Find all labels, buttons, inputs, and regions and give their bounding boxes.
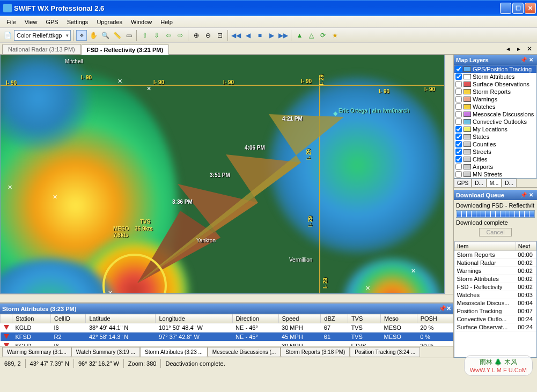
stop-icon[interactable]: ■ [254, 30, 265, 41]
measure-icon[interactable]: 📏 [112, 30, 122, 41]
layer-checkbox[interactable] [455, 171, 462, 177]
radar-tab[interactable]: FSD - Reflectivity (3:21 PM) [81, 45, 169, 55]
layer-checkbox[interactable] [455, 141, 462, 147]
nav-up-icon[interactable]: ⇧ [139, 30, 150, 41]
queue-row[interactable]: Storm Attributes00:02 [455, 275, 536, 283]
menu-gps[interactable]: GPS [41, 18, 62, 26]
next-frame-icon[interactable]: ▶▶ [278, 30, 289, 41]
layer-item[interactable]: States [454, 133, 536, 140]
menu-window[interactable]: Window [127, 18, 156, 26]
radar-tab[interactable]: National Radar (3:13 PM) [2, 44, 81, 54]
layer-checkbox[interactable] [455, 164, 462, 170]
table-row[interactable]: KGLDI638° 49' 44.1" N101° 50' 48.4" WNE … [1, 323, 453, 332]
nav-right-icon[interactable]: ⇨ [175, 30, 186, 41]
queue-row[interactable]: Watches00:03 [455, 291, 536, 299]
tab-next-icon[interactable]: ▸ [513, 43, 524, 54]
zoom-out-icon[interactable]: ⊖ [203, 30, 214, 41]
layer-item[interactable]: Streets [454, 148, 536, 156]
layer-checkbox[interactable] [455, 111, 462, 117]
close-button[interactable]: ✕ [525, 3, 536, 14]
pin-icon[interactable]: 📌 [520, 191, 527, 199]
layer-checkbox[interactable] [455, 66, 462, 72]
layer-subtab[interactable]: M... [487, 179, 502, 187]
map-hscroll[interactable] [0, 294, 453, 302]
new-icon[interactable]: 📄 [2, 30, 13, 41]
view-icon[interactable]: ▭ [123, 30, 134, 41]
layer-checkbox[interactable] [455, 103, 462, 110]
layer-item[interactable]: Storm Reports [454, 88, 536, 95]
layer-item[interactable]: Warnings [454, 95, 536, 103]
queue-row[interactable]: Storm Reports00:00 [455, 251, 536, 259]
layer-item[interactable]: Airports [454, 163, 536, 171]
radar-map[interactable]: I- 90 I- 90 I- 90 I- 90 I- 90 I- 90 I- 9… [0, 55, 445, 294]
layer-item[interactable]: Surface Observations [454, 80, 536, 88]
queue-row[interactable]: Mesoscale Discus...00:04 [455, 299, 536, 307]
layer-item[interactable]: Mesoscale Discussions [454, 110, 536, 118]
menu-upgrades[interactable]: Upgrades [92, 18, 127, 26]
menu-help[interactable]: Help [156, 18, 177, 26]
zoom-in-icon[interactable]: ⊕ [191, 30, 202, 41]
panel-close-icon[interactable]: ✕ [446, 305, 451, 312]
layer-subtab[interactable]: GPS [454, 179, 472, 187]
tab-prev-icon[interactable]: ◂ [503, 43, 513, 54]
pointer-icon[interactable]: ⌖ [76, 30, 87, 41]
table-row[interactable]: KGLDI630 MPHFTVS20 % [1, 342, 453, 346]
layer-checkbox[interactable] [455, 73, 462, 80]
layer-item[interactable]: Cities [454, 156, 536, 163]
layer-checkbox[interactable] [455, 96, 462, 102]
layer-checkbox[interactable] [455, 156, 462, 162]
play-icon[interactable]: ▶ [266, 30, 277, 41]
cancel-button[interactable]: Cancel [479, 228, 511, 236]
nav-down-icon[interactable]: ⇩ [151, 30, 162, 41]
panel-close-icon[interactable]: ✕ [527, 56, 535, 64]
zoom-fit-icon[interactable]: ⊡ [215, 30, 225, 41]
prev-frame-icon[interactable]: ◀◀ [231, 30, 241, 41]
layer-item[interactable]: My Locations [454, 125, 536, 133]
queue-row[interactable]: Convective Outlo...00:24 [455, 315, 536, 323]
layer-checkbox[interactable] [455, 134, 462, 140]
layer-item[interactable]: MN Streets [454, 171, 536, 178]
map-vscroll[interactable] [445, 55, 453, 294]
layer-item[interactable]: GPS/Position Tracking [454, 65, 536, 73]
panel-close-icon[interactable]: ✕ [527, 191, 535, 199]
layer-checkbox[interactable] [455, 81, 462, 87]
layer-checkbox[interactable] [455, 149, 462, 155]
layer-item[interactable]: Counties [454, 140, 536, 148]
queue-row[interactable]: Position Tracking00:07 [455, 307, 536, 315]
bottom-tab[interactable]: Storm Reports (3:18 PM) [281, 347, 350, 357]
pin-icon[interactable]: 📌 [439, 305, 446, 312]
storm-attr-table[interactable]: StationCellIDLatitudeLongitudeDirectionS… [0, 314, 453, 346]
menu-view[interactable]: View [20, 18, 42, 26]
play-back-icon[interactable]: ◀ [242, 30, 253, 41]
layer-checkbox[interactable] [455, 88, 462, 95]
nav-left-icon[interactable]: ⇦ [163, 30, 174, 41]
queue-row[interactable]: FSD - Reflectivity00:02 [455, 283, 536, 291]
queue-row[interactable]: National Radar00:02 [455, 259, 536, 267]
bottom-tab[interactable]: Mesoscale Discussions (... [208, 347, 281, 357]
layer-list[interactable]: GPS/Position TrackingStorm AttributesSur… [454, 65, 537, 179]
maximize-button[interactable]: ☐ [512, 3, 524, 14]
layer-checkbox[interactable] [455, 119, 462, 125]
color-scheme-combo[interactable]: Color Relief.ttkgp [14, 30, 71, 41]
layer-subtab[interactable]: D... [472, 179, 487, 187]
bottom-tab[interactable]: Watch Summary (3:19 ... [71, 347, 140, 357]
warn-up-icon[interactable]: ▲ [294, 30, 305, 41]
refresh-icon[interactable]: ⟳ [318, 30, 328, 41]
layer-item[interactable]: Watches [454, 103, 536, 110]
tab-close-icon[interactable]: ✕ [524, 43, 535, 54]
layer-item[interactable]: Convective Outlooks [454, 118, 536, 125]
pin-icon[interactable]: 📌 [520, 56, 527, 64]
pan-icon[interactable]: ✋ [88, 30, 99, 41]
queue-row[interactable]: Surface Observat...00:24 [455, 323, 536, 331]
bottom-tab[interactable]: Storm Attributes (3:23 ... [140, 347, 208, 357]
bottom-tab[interactable]: Position Tracking (3:24 ... [350, 347, 420, 357]
download-queue-table[interactable]: ItemNextStorm Reports00:00National Radar… [454, 241, 537, 358]
table-row[interactable]: KFSDR242° 58' 14.3" N97° 37' 42.8" WNE -… [1, 332, 453, 342]
menu-file[interactable]: File [2, 18, 20, 26]
layer-subtab[interactable]: D... [502, 179, 517, 187]
bottom-tab[interactable]: Warning Summary (3:1... [2, 347, 71, 357]
layer-item[interactable]: Storm Attributes [454, 73, 536, 80]
fav-icon[interactable]: ★ [329, 30, 340, 41]
warn-down-icon[interactable]: △ [306, 30, 317, 41]
zoom-icon[interactable]: 🔍 [100, 30, 111, 41]
